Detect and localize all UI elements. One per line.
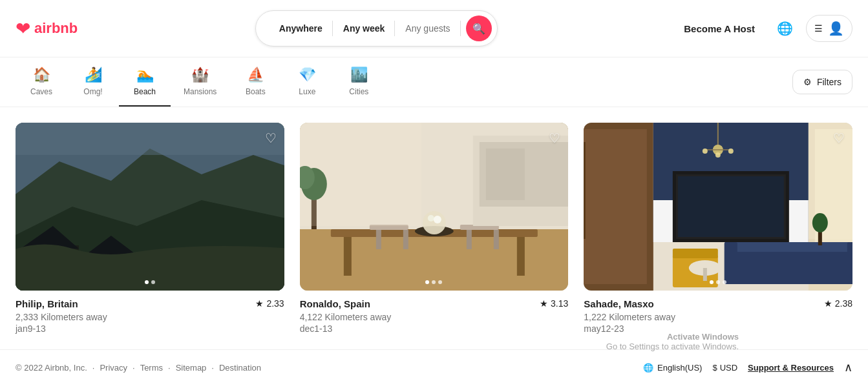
category-nav: 🏠 Caves 🏄 Omg! 🏊 Beach 🏰 Mansions ⛵ Boat… (0, 57, 868, 107)
wishlist-btn-3[interactable]: ♡ (833, 130, 845, 146)
beach-icon: 🏊 (136, 67, 154, 83)
footer-left: © 2022 Airbnb, Inc. · Privacy · Terms · … (16, 363, 261, 373)
star-icon-2: ★ (540, 298, 548, 309)
svg-rect-14 (343, 237, 351, 276)
carousel-dots-3 (710, 280, 726, 284)
search-button[interactable]: 🔍 (466, 15, 492, 41)
footer-link-terms[interactable]: Terms (140, 363, 163, 373)
svg-point-60 (812, 213, 828, 232)
support-resources-link[interactable]: Support & Resources (748, 363, 834, 373)
category-beach[interactable]: 🏊 Beach (119, 57, 171, 107)
wishlist-btn-2[interactable]: ♡ (549, 130, 560, 146)
mansions-icon: 🏰 (191, 67, 209, 83)
dot (716, 280, 720, 284)
wishlist-btn-1[interactable]: ♡ (265, 130, 277, 146)
svg-point-27 (427, 215, 434, 221)
svg-rect-32 (300, 123, 421, 226)
svg-rect-51 (725, 242, 852, 252)
listing-title-row-2: Ronaldo, Spain ★ 3.13 (300, 298, 569, 309)
footer-right: 🌐 English(US) $ USD Support & Resources … (643, 360, 852, 375)
globe-button[interactable]: 🌐 (772, 15, 798, 41)
search-any-week[interactable]: Any week (333, 23, 396, 34)
profile-icon: 👤 (828, 21, 844, 36)
svg-rect-41 (678, 176, 784, 237)
listing-rating-1: ★ 2.33 (255, 298, 284, 309)
menu-profile-button[interactable]: ☰ 👤 (806, 15, 852, 42)
listing-location-1: Philip, Britain (16, 298, 78, 309)
listing-distance-2: 4,122 Kilometers away (300, 312, 569, 322)
dot (710, 280, 714, 284)
search-any-guests[interactable]: Any guests (395, 23, 460, 34)
category-cities[interactable]: 🏙️ Cities (333, 57, 385, 107)
footer-dot-3: · (168, 363, 171, 373)
footer-copyright: © 2022 Airbnb, Inc. (16, 363, 87, 373)
listing-info-1: Philip, Britain ★ 2.33 2,333 Kilometers … (16, 291, 284, 334)
listing-image-1: ♡ (16, 123, 284, 291)
logo[interactable]: ❤ airbnb (16, 18, 78, 39)
category-caves-label: Caves (30, 87, 52, 96)
footer-currency[interactable]: $ USD (712, 363, 737, 373)
svg-rect-9 (16, 123, 284, 155)
footer: © 2022 Airbnb, Inc. · Privacy · Terms · … (0, 349, 868, 385)
listing-location-3: Sahade, Masxo (584, 298, 653, 309)
listing-card-3[interactable]: ♡ Sahade, Masxo ★ 2.38 1,222 Kilometers … (584, 123, 852, 334)
footer-link-sitemap[interactable]: Sitemap (176, 363, 207, 373)
dot (425, 280, 429, 284)
svg-rect-57 (703, 268, 707, 281)
filters-button[interactable]: ⚙ Filters (792, 70, 852, 94)
activate-windows-overlay: Activate Windows Go to Settings to activ… (606, 332, 739, 351)
category-boats-label: Boats (246, 87, 266, 96)
category-mansions[interactable]: 🏰 Mansions (171, 57, 229, 107)
boats-icon: ⛵ (247, 67, 264, 83)
search-anywhere[interactable]: Anywhere (269, 23, 333, 34)
svg-rect-53 (725, 242, 737, 284)
listing-info-3: Sahade, Masxo ★ 2.38 1,222 Kilometers aw… (584, 291, 852, 334)
listing-dates-2: dec1-13 (300, 323, 569, 334)
svg-rect-36 (584, 129, 647, 284)
omg-icon: 🏄 (85, 67, 102, 83)
category-omg[interactable]: 🏄 Omg! (67, 57, 119, 107)
listing-card-1[interactable]: ♡ Philip, Britain ★ 2.33 2,333 Kilometer… (16, 123, 284, 334)
category-boats[interactable]: ⛵ Boats (229, 57, 281, 107)
header-right: Become A Host 🌐 ☰ 👤 (675, 15, 852, 42)
dot (438, 280, 442, 284)
svg-rect-15 (516, 237, 524, 276)
listing-dates-1: jan9-13 (16, 323, 284, 334)
svg-point-47 (715, 152, 721, 158)
footer-language[interactable]: 🌐 English(US) (643, 363, 702, 373)
footer-currency-label: USD (720, 363, 737, 373)
category-luxe-label: Luxe (299, 87, 315, 96)
category-cities-label: Cities (349, 87, 368, 96)
main-content: ♡ Philip, Britain ★ 2.33 2,333 Kilometer… (0, 107, 868, 334)
footer-link-privacy[interactable]: Privacy (100, 363, 127, 373)
svg-point-45 (703, 149, 708, 154)
filters-label: Filters (817, 77, 842, 87)
caves-icon: 🏠 (33, 67, 50, 83)
scroll-to-top-button[interactable]: ∧ (844, 360, 852, 375)
cities-icon: 🏙️ (350, 67, 368, 83)
listing-distance-1: 2,333 Kilometers away (16, 312, 284, 322)
listing-location-2: Ronaldo, Spain (300, 298, 370, 309)
svg-rect-24 (485, 149, 524, 200)
dot (145, 280, 149, 284)
category-luxe[interactable]: 💎 Luxe (281, 57, 333, 107)
svg-rect-52 (847, 242, 852, 284)
listing-image-3: ♡ (584, 123, 852, 291)
footer-dot-4: · (211, 363, 214, 373)
svg-rect-21 (493, 230, 498, 249)
svg-rect-20 (466, 230, 471, 249)
footer-link-destination[interactable]: Destination (219, 363, 261, 373)
search-bar: Anywhere Any week Any guests 🔍 (255, 10, 498, 46)
svg-point-28 (433, 216, 441, 223)
svg-rect-55 (673, 249, 718, 258)
category-caves[interactable]: 🏠 Caves (16, 57, 67, 107)
dot (723, 280, 726, 284)
category-mansions-label: Mansions (184, 87, 217, 96)
carousel-dots-2 (425, 280, 442, 284)
become-host-button[interactable]: Become A Host (675, 17, 764, 41)
luxe-icon: 💎 (299, 67, 316, 83)
listing-card-2[interactable]: ♡ Ronaldo, Spain ★ 3.13 4,122 Kilometers… (300, 123, 569, 334)
svg-rect-58 (584, 142, 586, 239)
listing-image-2: ♡ (300, 123, 569, 291)
listings-grid: ♡ Philip, Britain ★ 2.33 2,333 Kilometer… (16, 123, 852, 334)
